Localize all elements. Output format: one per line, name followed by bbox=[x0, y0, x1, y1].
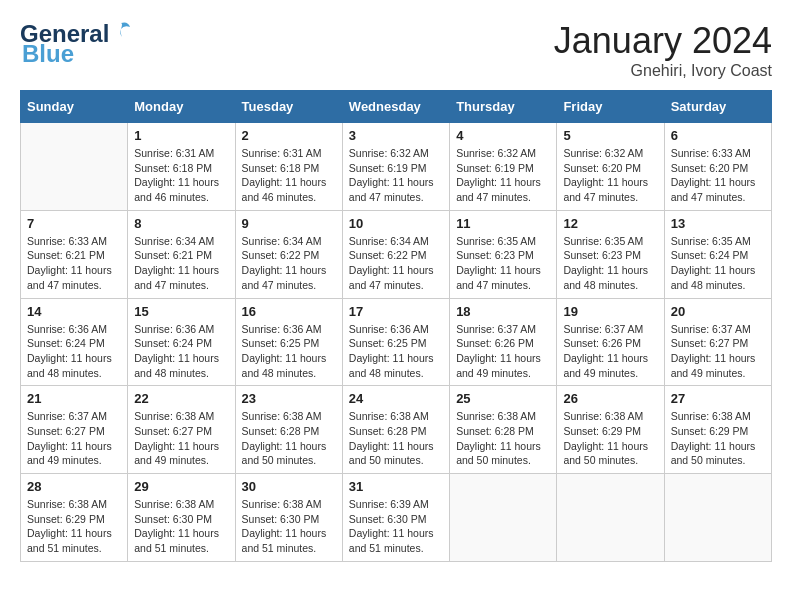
day-cell: 7Sunrise: 6:33 AMSunset: 6:21 PMDaylight… bbox=[21, 210, 128, 298]
day-number: 4 bbox=[456, 128, 550, 143]
day-cell: 30Sunrise: 6:38 AMSunset: 6:30 PMDayligh… bbox=[235, 474, 342, 562]
day-info: Sunrise: 6:37 AMSunset: 6:26 PMDaylight:… bbox=[563, 322, 657, 381]
day-cell: 18Sunrise: 6:37 AMSunset: 6:26 PMDayligh… bbox=[450, 298, 557, 386]
week-row-1: 1Sunrise: 6:31 AMSunset: 6:18 PMDaylight… bbox=[21, 123, 772, 211]
header-monday: Monday bbox=[128, 91, 235, 123]
day-number: 30 bbox=[242, 479, 336, 494]
day-info: Sunrise: 6:36 AMSunset: 6:25 PMDaylight:… bbox=[242, 322, 336, 381]
day-number: 1 bbox=[134, 128, 228, 143]
day-info: Sunrise: 6:38 AMSunset: 6:27 PMDaylight:… bbox=[134, 409, 228, 468]
day-info: Sunrise: 6:38 AMSunset: 6:28 PMDaylight:… bbox=[242, 409, 336, 468]
day-number: 20 bbox=[671, 304, 765, 319]
day-number: 11 bbox=[456, 216, 550, 231]
logo: General Blue bbox=[20, 20, 132, 68]
day-info: Sunrise: 6:35 AMSunset: 6:23 PMDaylight:… bbox=[563, 234, 657, 293]
week-row-4: 21Sunrise: 6:37 AMSunset: 6:27 PMDayligh… bbox=[21, 386, 772, 474]
day-info: Sunrise: 6:35 AMSunset: 6:24 PMDaylight:… bbox=[671, 234, 765, 293]
day-info: Sunrise: 6:38 AMSunset: 6:29 PMDaylight:… bbox=[563, 409, 657, 468]
day-cell: 4Sunrise: 6:32 AMSunset: 6:19 PMDaylight… bbox=[450, 123, 557, 211]
week-row-3: 14Sunrise: 6:36 AMSunset: 6:24 PMDayligh… bbox=[21, 298, 772, 386]
day-info: Sunrise: 6:38 AMSunset: 6:28 PMDaylight:… bbox=[456, 409, 550, 468]
day-number: 3 bbox=[349, 128, 443, 143]
header-wednesday: Wednesday bbox=[342, 91, 449, 123]
day-info: Sunrise: 6:38 AMSunset: 6:30 PMDaylight:… bbox=[134, 497, 228, 556]
day-cell: 10Sunrise: 6:34 AMSunset: 6:22 PMDayligh… bbox=[342, 210, 449, 298]
day-cell: 1Sunrise: 6:31 AMSunset: 6:18 PMDaylight… bbox=[128, 123, 235, 211]
page-header: General Blue January 2024 Gnehiri, Ivory… bbox=[20, 20, 772, 80]
day-cell bbox=[664, 474, 771, 562]
day-cell: 24Sunrise: 6:38 AMSunset: 6:28 PMDayligh… bbox=[342, 386, 449, 474]
day-number: 31 bbox=[349, 479, 443, 494]
day-cell: 25Sunrise: 6:38 AMSunset: 6:28 PMDayligh… bbox=[450, 386, 557, 474]
day-info: Sunrise: 6:38 AMSunset: 6:28 PMDaylight:… bbox=[349, 409, 443, 468]
header-thursday: Thursday bbox=[450, 91, 557, 123]
day-cell: 2Sunrise: 6:31 AMSunset: 6:18 PMDaylight… bbox=[235, 123, 342, 211]
day-info: Sunrise: 6:31 AMSunset: 6:18 PMDaylight:… bbox=[242, 146, 336, 205]
day-number: 12 bbox=[563, 216, 657, 231]
day-number: 17 bbox=[349, 304, 443, 319]
day-info: Sunrise: 6:32 AMSunset: 6:19 PMDaylight:… bbox=[349, 146, 443, 205]
day-info: Sunrise: 6:37 AMSunset: 6:27 PMDaylight:… bbox=[27, 409, 121, 468]
day-cell: 6Sunrise: 6:33 AMSunset: 6:20 PMDaylight… bbox=[664, 123, 771, 211]
day-number: 25 bbox=[456, 391, 550, 406]
day-info: Sunrise: 6:34 AMSunset: 6:22 PMDaylight:… bbox=[349, 234, 443, 293]
day-number: 16 bbox=[242, 304, 336, 319]
day-number: 5 bbox=[563, 128, 657, 143]
day-number: 27 bbox=[671, 391, 765, 406]
day-cell bbox=[557, 474, 664, 562]
day-number: 6 bbox=[671, 128, 765, 143]
day-info: Sunrise: 6:33 AMSunset: 6:21 PMDaylight:… bbox=[27, 234, 121, 293]
day-cell bbox=[21, 123, 128, 211]
day-cell: 17Sunrise: 6:36 AMSunset: 6:25 PMDayligh… bbox=[342, 298, 449, 386]
day-number: 24 bbox=[349, 391, 443, 406]
day-number: 10 bbox=[349, 216, 443, 231]
day-cell: 12Sunrise: 6:35 AMSunset: 6:23 PMDayligh… bbox=[557, 210, 664, 298]
day-number: 22 bbox=[134, 391, 228, 406]
day-info: Sunrise: 6:36 AMSunset: 6:25 PMDaylight:… bbox=[349, 322, 443, 381]
day-number: 21 bbox=[27, 391, 121, 406]
day-number: 28 bbox=[27, 479, 121, 494]
day-cell: 14Sunrise: 6:36 AMSunset: 6:24 PMDayligh… bbox=[21, 298, 128, 386]
day-number: 8 bbox=[134, 216, 228, 231]
day-number: 23 bbox=[242, 391, 336, 406]
header-friday: Friday bbox=[557, 91, 664, 123]
day-cell: 22Sunrise: 6:38 AMSunset: 6:27 PMDayligh… bbox=[128, 386, 235, 474]
day-info: Sunrise: 6:35 AMSunset: 6:23 PMDaylight:… bbox=[456, 234, 550, 293]
day-cell: 15Sunrise: 6:36 AMSunset: 6:24 PMDayligh… bbox=[128, 298, 235, 386]
day-number: 2 bbox=[242, 128, 336, 143]
logo-bird-icon bbox=[110, 19, 132, 41]
day-number: 15 bbox=[134, 304, 228, 319]
header-sunday: Sunday bbox=[21, 91, 128, 123]
day-number: 19 bbox=[563, 304, 657, 319]
day-cell: 28Sunrise: 6:38 AMSunset: 6:29 PMDayligh… bbox=[21, 474, 128, 562]
day-info: Sunrise: 6:31 AMSunset: 6:18 PMDaylight:… bbox=[134, 146, 228, 205]
day-number: 18 bbox=[456, 304, 550, 319]
day-info: Sunrise: 6:34 AMSunset: 6:22 PMDaylight:… bbox=[242, 234, 336, 293]
day-cell: 11Sunrise: 6:35 AMSunset: 6:23 PMDayligh… bbox=[450, 210, 557, 298]
calendar-table: SundayMondayTuesdayWednesdayThursdayFrid… bbox=[20, 90, 772, 562]
location: Gnehiri, Ivory Coast bbox=[554, 62, 772, 80]
logo-blue: Blue bbox=[22, 40, 74, 68]
day-cell: 16Sunrise: 6:36 AMSunset: 6:25 PMDayligh… bbox=[235, 298, 342, 386]
day-number: 7 bbox=[27, 216, 121, 231]
day-cell: 27Sunrise: 6:38 AMSunset: 6:29 PMDayligh… bbox=[664, 386, 771, 474]
day-cell bbox=[450, 474, 557, 562]
day-info: Sunrise: 6:34 AMSunset: 6:21 PMDaylight:… bbox=[134, 234, 228, 293]
day-cell: 31Sunrise: 6:39 AMSunset: 6:30 PMDayligh… bbox=[342, 474, 449, 562]
day-info: Sunrise: 6:38 AMSunset: 6:29 PMDaylight:… bbox=[27, 497, 121, 556]
day-info: Sunrise: 6:36 AMSunset: 6:24 PMDaylight:… bbox=[134, 322, 228, 381]
day-cell: 19Sunrise: 6:37 AMSunset: 6:26 PMDayligh… bbox=[557, 298, 664, 386]
day-cell: 20Sunrise: 6:37 AMSunset: 6:27 PMDayligh… bbox=[664, 298, 771, 386]
day-info: Sunrise: 6:39 AMSunset: 6:30 PMDaylight:… bbox=[349, 497, 443, 556]
day-info: Sunrise: 6:32 AMSunset: 6:20 PMDaylight:… bbox=[563, 146, 657, 205]
header-tuesday: Tuesday bbox=[235, 91, 342, 123]
day-cell: 26Sunrise: 6:38 AMSunset: 6:29 PMDayligh… bbox=[557, 386, 664, 474]
day-info: Sunrise: 6:37 AMSunset: 6:27 PMDaylight:… bbox=[671, 322, 765, 381]
title-section: January 2024 Gnehiri, Ivory Coast bbox=[554, 20, 772, 80]
day-number: 13 bbox=[671, 216, 765, 231]
day-info: Sunrise: 6:37 AMSunset: 6:26 PMDaylight:… bbox=[456, 322, 550, 381]
week-row-2: 7Sunrise: 6:33 AMSunset: 6:21 PMDaylight… bbox=[21, 210, 772, 298]
day-cell: 23Sunrise: 6:38 AMSunset: 6:28 PMDayligh… bbox=[235, 386, 342, 474]
day-number: 9 bbox=[242, 216, 336, 231]
day-number: 26 bbox=[563, 391, 657, 406]
